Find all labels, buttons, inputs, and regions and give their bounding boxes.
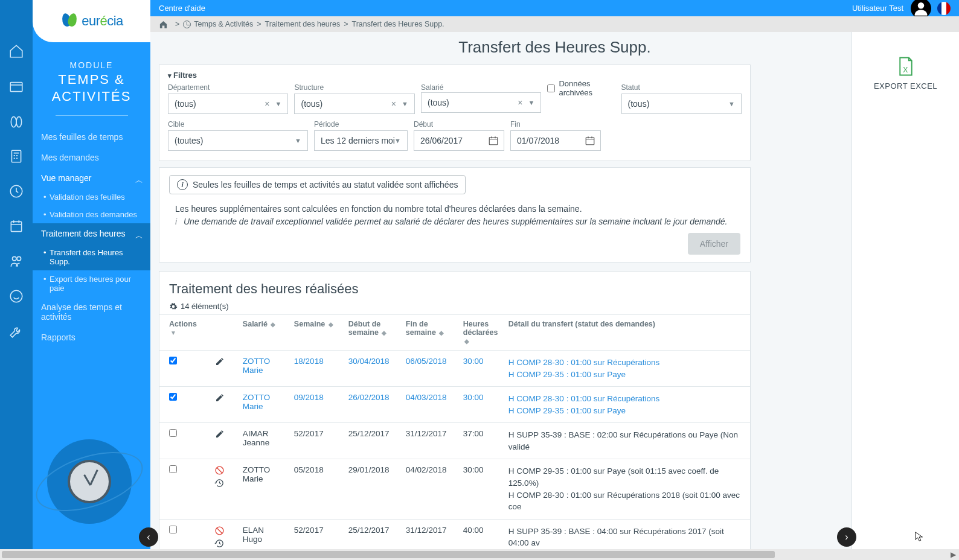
- rail-calculator-icon[interactable]: [7, 147, 25, 165]
- row-checkbox[interactable]: [169, 393, 177, 401]
- collapse-sidebar-button[interactable]: ‹: [139, 527, 158, 547]
- row-checkbox[interactable]: [169, 465, 177, 473]
- cell-heures: 30:00: [458, 459, 504, 519]
- cell-heures[interactable]: 30:00: [458, 351, 504, 387]
- row-checkbox[interactable]: [169, 526, 177, 533]
- th-salarie[interactable]: Salarié ◆: [238, 315, 289, 351]
- label-periode: Période: [314, 120, 408, 129]
- cell-salarie[interactable]: ZOTTOMarie: [238, 351, 289, 387]
- cell-semaine[interactable]: 09/2018: [289, 387, 344, 423]
- input-debut[interactable]: 26/06/2017: [414, 130, 504, 151]
- cell-fin[interactable]: 04/03/2018: [401, 387, 458, 423]
- scroll-right-button[interactable]: ›: [837, 527, 856, 547]
- th-debut[interactable]: Début de semaine ◆: [344, 315, 401, 351]
- history-icon[interactable]: [214, 538, 225, 549]
- th-actions[interactable]: Actions ▼: [159, 315, 202, 351]
- row-checkbox[interactable]: [169, 357, 177, 364]
- rail-wrench-icon[interactable]: [7, 322, 25, 340]
- checkbox-archived[interactable]: [547, 84, 555, 92]
- cell-salarie: ELANHugo: [238, 519, 289, 549]
- cell-fin[interactable]: 06/05/2018: [401, 351, 458, 387]
- bc-lvl1[interactable]: Temps & Activités: [194, 20, 253, 28]
- chevron-down-icon[interactable]: ▼: [295, 137, 301, 144]
- rail-people-icon[interactable]: [7, 252, 25, 270]
- rail-flipflop-icon[interactable]: [7, 112, 25, 130]
- help-link[interactable]: Centre d'aide: [159, 4, 205, 13]
- cell-salarie[interactable]: ZOTTOMarie: [238, 387, 289, 423]
- history-icon[interactable]: [214, 478, 225, 488]
- svg-rect-6: [11, 221, 21, 231]
- logo[interactable]: eurécia: [33, 0, 150, 42]
- sidebar-sub-export-paie[interactable]: Export des heures pour paie: [33, 270, 150, 297]
- rail-clock-icon[interactable]: [7, 182, 25, 200]
- input-fin[interactable]: 01/07/2018: [510, 130, 601, 151]
- select-structure[interactable]: (tous)×▼: [294, 94, 414, 114]
- export-excel-button[interactable]: EXPORT EXCEL: [874, 81, 937, 91]
- afficher-button[interactable]: Afficher: [688, 233, 740, 255]
- edit-icon[interactable]: [215, 357, 225, 366]
- forbid-icon[interactable]: [214, 526, 225, 536]
- cell-debut: 25/12/2017: [344, 519, 401, 549]
- clear-icon[interactable]: ×: [518, 98, 522, 107]
- select-periode[interactable]: Les 12 derniers moi▼: [314, 130, 408, 151]
- rail-calendar-icon[interactable]: [7, 217, 25, 235]
- calendar-icon[interactable]: [488, 135, 499, 146]
- rail-folder-icon[interactable]: [7, 77, 25, 95]
- select-cible[interactable]: (toutes)▼: [168, 130, 308, 151]
- calendar-icon[interactable]: [585, 135, 595, 146]
- rail-smile-icon[interactable]: [7, 287, 25, 305]
- forbid-icon[interactable]: [214, 465, 225, 476]
- edit-icon[interactable]: [215, 393, 225, 402]
- filters-toggle[interactable]: Filtres: [168, 71, 742, 80]
- bc-lvl2[interactable]: Traitement des heures: [265, 20, 341, 28]
- select-departement[interactable]: (tous)×▼: [168, 94, 288, 114]
- sidebar-sub-transfert[interactable]: Transfert des Heures Supp.: [33, 244, 150, 270]
- select-statut[interactable]: (tous)▼: [621, 94, 742, 114]
- cell-debut[interactable]: 30/04/2018: [344, 351, 401, 387]
- rail-home-icon[interactable]: [7, 42, 25, 60]
- chevron-down-icon[interactable]: ▼: [402, 100, 408, 107]
- cell-debut[interactable]: 26/02/2018: [344, 387, 401, 423]
- sidebar-sub-valid-feuilles[interactable]: Validation des feuilles: [33, 188, 150, 206]
- row-checkbox[interactable]: [169, 429, 177, 437]
- home-icon[interactable]: [159, 20, 168, 29]
- cell-debut: 29/01/2018: [344, 459, 401, 519]
- sidebar-item-traitement[interactable]: Traitement des heures︿: [33, 223, 150, 244]
- avatar[interactable]: [911, 0, 931, 19]
- clear-icon[interactable]: ×: [265, 99, 269, 109]
- sidebar-item-analyse[interactable]: Analyse des temps et activités: [33, 297, 150, 327]
- cell-heures[interactable]: 30:00: [458, 387, 504, 423]
- sidebar-item-rapports[interactable]: Rapports: [33, 327, 150, 348]
- chevron-down-icon[interactable]: ▼: [394, 137, 401, 144]
- th-fin[interactable]: Fin de semaine ◆: [401, 315, 458, 351]
- cell-semaine[interactable]: 18/2018: [289, 351, 344, 387]
- sidebar-item-feuilles[interactable]: Mes feuilles de temps: [33, 127, 150, 147]
- cell-heures: 40:00: [458, 519, 504, 549]
- edit-icon[interactable]: [215, 429, 225, 439]
- horizontal-scrollbar[interactable]: ▶: [0, 549, 959, 560]
- svg-point-2: [11, 116, 16, 127]
- excel-icon[interactable]: X: [897, 56, 915, 77]
- clear-icon[interactable]: ×: [391, 99, 396, 109]
- chevron-down-icon[interactable]: ▼: [728, 100, 735, 107]
- svg-point-8: [17, 256, 21, 261]
- th-heures[interactable]: Heures déclarées◆: [458, 315, 504, 351]
- language-flag-icon[interactable]: [937, 2, 951, 15]
- sidebar-item-demandes[interactable]: Mes demandes: [33, 147, 150, 168]
- sidebar-item-vue-manager[interactable]: Vue manager︿: [33, 168, 150, 188]
- module-illustration: [47, 439, 132, 524]
- scroll-arrow-right-icon[interactable]: ▶: [948, 550, 958, 559]
- table-row: ZOTTOMarie18/201830/04/201806/05/201830:…: [159, 351, 750, 387]
- select-salarie[interactable]: (tous)×▼: [421, 92, 541, 113]
- cell-detail: H COMP 28-30 : 01:00 sur RécupérationsH …: [504, 387, 750, 423]
- gear-icon[interactable]: [169, 302, 178, 311]
- th-semaine[interactable]: Semaine ◆: [289, 315, 344, 351]
- info-icon: i: [177, 179, 188, 190]
- scrollbar-thumb[interactable]: [2, 551, 775, 558]
- svg-rect-4: [11, 150, 21, 162]
- info-line2: Une demande de travail exceptionnel vali…: [184, 217, 727, 226]
- sidebar-sub-valid-demandes[interactable]: Validation des demandes: [33, 206, 150, 223]
- chevron-down-icon[interactable]: ▼: [528, 99, 535, 106]
- chevron-down-icon[interactable]: ▼: [275, 100, 282, 107]
- current-user: Utilisateur Test: [852, 4, 903, 13]
